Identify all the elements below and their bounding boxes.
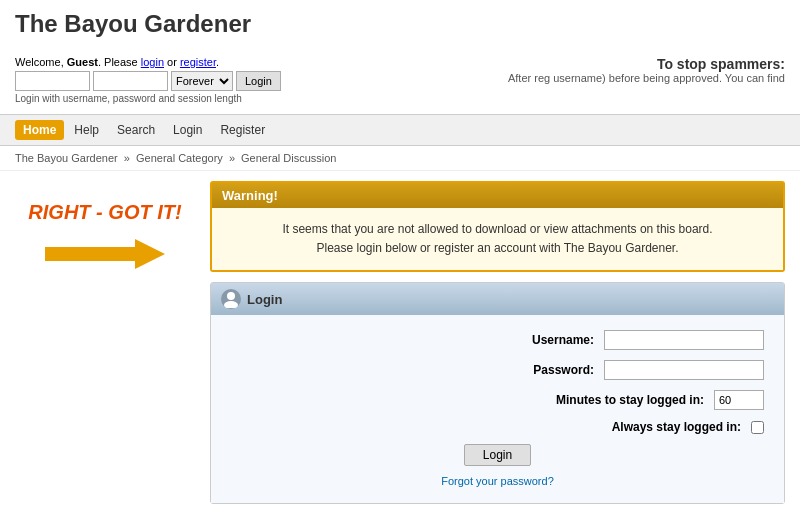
nav-item-help[interactable]: Help bbox=[66, 120, 107, 140]
login-username-input[interactable] bbox=[604, 330, 764, 350]
session-select[interactable]: Forever 1 day 1 week 1 month bbox=[171, 71, 233, 91]
breadcrumb: The Bayou Gardener » General Category » … bbox=[0, 146, 800, 171]
always-logged-checkbox[interactable] bbox=[751, 421, 764, 434]
minutes-input[interactable] bbox=[714, 390, 764, 410]
breadcrumb-general-discussion[interactable]: General Discussion bbox=[241, 152, 336, 164]
nav-item-login[interactable]: Login bbox=[165, 120, 210, 140]
welcome-prefix: Welcome, bbox=[15, 56, 67, 68]
nav-item-register[interactable]: Register bbox=[212, 120, 273, 140]
login-avatar-icon bbox=[221, 289, 241, 309]
or-text: or bbox=[164, 56, 180, 68]
always-logged-row: Always stay logged in: bbox=[231, 420, 764, 434]
warning-body: It seems that you are not allowed to dow… bbox=[212, 208, 783, 270]
annotation-text: RIGHT - GOT IT! bbox=[28, 201, 181, 224]
username-input[interactable] bbox=[15, 71, 90, 91]
warning-header: Warning! bbox=[212, 183, 783, 208]
spam-notice: To stop spammers: After reg username) be… bbox=[508, 56, 785, 84]
svg-point-1 bbox=[227, 292, 235, 300]
guest-label: Guest bbox=[67, 56, 98, 68]
login-password-input[interactable] bbox=[604, 360, 764, 380]
login-section-header-text: Login bbox=[247, 292, 282, 307]
arrow-icon bbox=[45, 239, 165, 269]
welcome-suffix: . Please bbox=[98, 56, 141, 68]
password-row: Password: bbox=[231, 360, 764, 380]
forgot-password-link[interactable]: Forgot your password? bbox=[441, 475, 554, 487]
forgot-password-row: Forgot your password? bbox=[231, 474, 764, 488]
password-input[interactable] bbox=[93, 71, 168, 91]
username-row: Username: bbox=[231, 330, 764, 350]
login-link[interactable]: login bbox=[141, 56, 164, 68]
warning-box: Warning! It seems that you are not allow… bbox=[210, 181, 785, 272]
warning-header-text: Warning! bbox=[222, 188, 278, 203]
warning-line2: Please login below or register an accoun… bbox=[222, 239, 773, 258]
login-submit-row: Login bbox=[231, 444, 764, 466]
breadcrumb-sep2: » bbox=[229, 152, 238, 164]
breadcrumb-home[interactable]: The Bayou Gardener bbox=[15, 152, 118, 164]
nav-bar: Home Help Search Login Register bbox=[0, 114, 800, 146]
minutes-label: Minutes to stay logged in: bbox=[524, 393, 704, 407]
username-label: Username: bbox=[414, 333, 594, 347]
arrow-container bbox=[45, 239, 165, 269]
login-section: Login Username: Password: Minutes to sta… bbox=[210, 282, 785, 504]
warning-line1: It seems that you are not allowed to dow… bbox=[222, 220, 773, 239]
svg-marker-0 bbox=[45, 239, 165, 269]
nav-item-home[interactable]: Home bbox=[15, 120, 64, 140]
spam-text: After reg username) before being approve… bbox=[508, 72, 785, 84]
annotation-area: RIGHT - GOT IT! bbox=[15, 181, 195, 504]
spam-title: To stop spammers: bbox=[508, 56, 785, 72]
site-title: The Bayou Gardener bbox=[15, 10, 785, 38]
password-label: Password: bbox=[414, 363, 594, 377]
minutes-row: Minutes to stay logged in: bbox=[231, 390, 764, 410]
nav-item-search[interactable]: Search bbox=[109, 120, 163, 140]
welcome-text: Welcome, Guest. Please login or register… bbox=[15, 56, 281, 68]
always-logged-label: Always stay logged in: bbox=[561, 420, 741, 434]
breadcrumb-sep1: » bbox=[124, 152, 133, 164]
session-note: Login with username, password and sessio… bbox=[15, 93, 281, 104]
register-link[interactable]: register bbox=[180, 56, 216, 68]
warning-login-box: Warning! It seems that you are not allow… bbox=[210, 181, 785, 504]
login-submit-button[interactable]: Login bbox=[464, 444, 531, 466]
login-section-header: Login bbox=[211, 283, 784, 315]
login-bar-left: Welcome, Guest. Please login or register… bbox=[15, 56, 281, 104]
header-login-button[interactable]: Login bbox=[236, 71, 281, 91]
breadcrumb-general-category[interactable]: General Category bbox=[136, 152, 223, 164]
login-form-area: Username: Password: Minutes to stay logg… bbox=[211, 315, 784, 503]
svg-point-2 bbox=[224, 301, 238, 308]
